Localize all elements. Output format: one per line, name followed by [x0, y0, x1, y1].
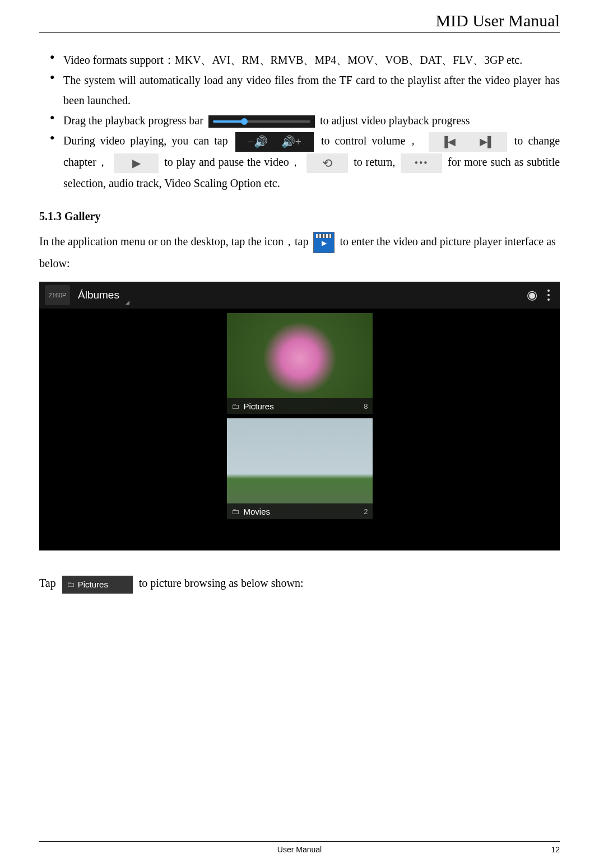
albums-dropdown[interactable]: Álbumes [78, 289, 129, 301]
return-icon: ⟲ [307, 153, 348, 173]
play-pause-icon: ▶ [114, 153, 159, 173]
text-fragment: In the application menu or on the deskto… [39, 235, 311, 248]
footer-center-text: User Manual [277, 845, 322, 854]
text-fragment: to return, [354, 156, 395, 168]
text-fragment: to picture browsing as below shown: [139, 577, 304, 589]
screenshot-topbar: 2160P Álbumes ◉ [39, 282, 560, 309]
tap-pictures-text: Tap 🗀 Pictures to picture browsing as be… [39, 573, 560, 593]
camera-icon[interactable]: ◉ [521, 288, 543, 302]
folder-icon: 🗀 [231, 507, 239, 516]
page-footer: User Manual 12 [39, 841, 560, 854]
volume-up-icon: 🔊+ [281, 132, 301, 152]
prev-chapter-icon: ▐◀ [441, 133, 456, 151]
chapter-control-icon: ▐◀ ▶▌ [429, 132, 507, 152]
gallery-app-icon [313, 232, 335, 253]
progress-bar-icon [208, 115, 315, 128]
folder-label: Pictures [244, 402, 274, 411]
volume-down-icon: −🔊 [248, 132, 268, 152]
folder-count: 2 [364, 507, 368, 516]
folder-icon: 🗀 [231, 402, 239, 410]
bullet-item-formats: Video formats support：MKV、AVI、RM、RMVB、MP… [53, 50, 560, 70]
text-fragment: to play and pause the video， [164, 156, 301, 168]
gallery-screenshot: 2160P Álbumes ◉ 🗀 Pictures 8 🗀 Movi [39, 282, 560, 550]
screenshot-body: 🗀 Pictures 8 🗀 Movies 2 [39, 309, 560, 550]
folder-count: 8 [364, 402, 368, 410]
bullet-item-controls: During video playing, you can tap −🔊 🔊+ … [53, 130, 560, 193]
screenshot-app-logo: 2160P [45, 285, 70, 305]
gallery-intro: In the application menu or on the deskto… [39, 231, 560, 273]
movies-folder-thumb[interactable]: 🗀 Movies 2 [227, 418, 373, 519]
pictures-folder-button[interactable]: 🗀 Pictures [62, 576, 133, 594]
pictures-folder-thumb[interactable]: 🗀 Pictures 8 [227, 313, 373, 414]
bullet-item-autoload: The system will automatically load any v… [53, 70, 560, 110]
page-header-title: MID User Manual [39, 11, 560, 30]
text-fragment: Drag the playback progress bar [63, 114, 206, 127]
text-fragment: to control volume， [321, 134, 421, 147]
page-number: 12 [551, 845, 560, 854]
header-divider [39, 32, 560, 33]
more-options-icon: ••• [401, 153, 442, 173]
bullet-list: Video formats support：MKV、AVI、RM、RMVB、MP… [39, 50, 560, 193]
text-fragment: to adjust video playback progress [320, 114, 470, 127]
folder-icon: 🗀 [67, 577, 75, 591]
volume-control-icon: −🔊 🔊+ [235, 132, 314, 152]
bullet-item-progress: Drag the playback progress bar to adjust… [53, 110, 560, 130]
folder-label: Movies [244, 507, 271, 516]
next-chapter-icon: ▶▌ [480, 133, 495, 151]
section-heading-gallery: 5.1.3 Gallery [39, 210, 560, 223]
text-fragment: During video playing, you can tap [63, 134, 228, 147]
text-fragment: Tap [39, 577, 59, 589]
footer-divider [39, 841, 560, 842]
overflow-menu-icon[interactable] [543, 290, 554, 301]
folder-button-label: Pictures [78, 577, 108, 592]
